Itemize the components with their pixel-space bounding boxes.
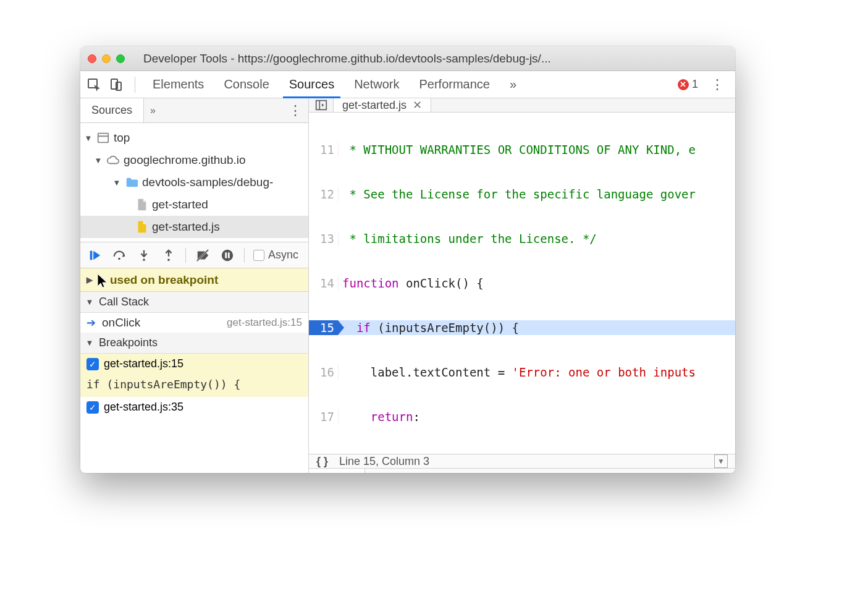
svg-point-11 — [222, 249, 233, 260]
svg-rect-14 — [316, 101, 326, 110]
editor-tab-name: get-started.js — [342, 99, 407, 112]
divider — [185, 248, 186, 263]
content: Sources » ⋮ ▼ top ▼ googlechrome.github.… — [80, 98, 735, 473]
code-text: (inputsAreEmpty()) { — [371, 321, 519, 334]
tabs-overflow[interactable]: » — [504, 72, 523, 96]
line-number: 12 — [309, 187, 339, 202]
js-file-icon — [135, 220, 148, 234]
breakpoint-location: get-started.js:15 — [104, 357, 183, 370]
code-editor[interactable]: 11 * WITHOUT WARRANTIES OR CONDITIONS OF… — [309, 113, 735, 454]
tree-file-js[interactable]: get-started.js — [80, 216, 308, 238]
deactivate-breakpoints-button[interactable] — [195, 247, 211, 263]
subtab-sources[interactable]: Sources — [80, 98, 144, 122]
tree-label: devtools-samples/debug- — [142, 176, 273, 189]
tab-network[interactable]: Network — [348, 72, 405, 96]
svg-point-8 — [167, 258, 170, 261]
async-checkbox[interactable]: Async — [253, 249, 298, 262]
breakpoints-header[interactable]: ▼ Breakpoints — [80, 333, 308, 354]
tab-console[interactable]: Console — [217, 72, 275, 96]
disclosure-icon: ▼ — [84, 134, 93, 143]
breakpoint-item-active[interactable]: ✓ get-started.js:15 if (inputsAreEmpty()… — [80, 354, 308, 397]
editor-tabbar: get-started.js ✕ — [309, 98, 735, 113]
call-stack-header[interactable]: ▼ Call Stack — [80, 292, 308, 313]
step-out-button[interactable] — [161, 247, 177, 263]
editor-statusbar: { } Line 15, Column 3 ▼ — [309, 454, 735, 468]
cursor-position: Line 15, Column 3 — [339, 455, 429, 468]
file-tree: ▼ top ▼ googlechrome.github.io ▼ devtool… — [80, 123, 308, 242]
svg-rect-5 — [90, 250, 93, 260]
error-indicator[interactable]: ✕ 1 — [678, 78, 698, 91]
line-number: 17 — [309, 409, 339, 424]
resume-button[interactable] — [86, 247, 103, 263]
tab-watch[interactable]: Watch — [365, 469, 420, 473]
debugger-panels: ▶ used on breakpoint ▼ Call Stack ➔ onCl… — [80, 268, 308, 473]
mouse-cursor-icon — [96, 273, 109, 289]
element-picker-icon[interactable] — [86, 77, 101, 92]
async-label: Async — [268, 249, 298, 262]
settings-menu-icon[interactable]: ⋮ — [706, 77, 729, 93]
maximize-window-button[interactable] — [116, 54, 125, 63]
window-title: Developer Tools - https://googlechrome.g… — [143, 52, 551, 66]
error-count: 1 — [692, 78, 698, 91]
coverage-dropdown-icon[interactable]: ▼ — [714, 454, 728, 468]
devtools-window: Developer Tools - https://googlechrome.g… — [80, 46, 735, 473]
checkbox-checked-icon[interactable]: ✓ — [86, 358, 99, 370]
breakpoint-code: if (inputsAreEmpty()) { — [86, 378, 302, 391]
call-stack-frame[interactable]: ➔ onClick get-started.js:15 — [80, 313, 308, 333]
right-panel: get-started.js ✕ 11 * WITHOUT WARRANTIES… — [309, 98, 735, 473]
subtab-more[interactable]: » — [144, 98, 162, 122]
disclosure-icon: ▼ — [85, 338, 94, 347]
code-text: * WITHOUT WARRANTIES OR CONDITIONS OF AN… — [342, 143, 696, 156]
tree-file-html[interactable]: get-started — [80, 194, 308, 216]
paused-message[interactable]: ▶ used on breakpoint — [80, 268, 308, 292]
frame-icon — [96, 131, 110, 145]
cloud-icon — [106, 153, 120, 167]
frame-location: get-started.js:15 — [227, 317, 302, 329]
tab-performance[interactable]: Performance — [413, 72, 497, 96]
disclosure-icon: ▶ — [85, 275, 94, 284]
show-navigator-button[interactable] — [309, 98, 334, 112]
close-window-button[interactable] — [88, 54, 96, 63]
tree-frame-top[interactable]: ▼ top — [80, 127, 308, 149]
tree-label: get-started — [152, 198, 208, 211]
scope-watch-tabs: Scope Watch — [309, 469, 735, 473]
editor-tab[interactable]: get-started.js ✕ — [334, 98, 431, 112]
pause-on-exceptions-button[interactable] — [219, 247, 235, 263]
disclosure-icon: ▼ — [85, 297, 94, 307]
document-icon — [135, 198, 148, 211]
tab-elements[interactable]: Elements — [146, 72, 210, 96]
tree-host[interactable]: ▼ googlechrome.github.io — [80, 149, 308, 171]
pretty-print-button[interactable]: { } — [316, 455, 328, 468]
svg-point-7 — [143, 258, 145, 261]
titlebar: Developer Tools - https://googlechrome.g… — [80, 46, 735, 71]
section-title: Breakpoints — [99, 336, 158, 349]
minimize-window-button[interactable] — [102, 54, 111, 63]
sources-subtabs: Sources » ⋮ — [80, 98, 308, 123]
checkbox-checked-icon[interactable]: ✓ — [86, 401, 99, 414]
folder-icon — [125, 176, 138, 189]
disclosure-icon: ▼ — [112, 178, 121, 187]
tree-folder[interactable]: ▼ devtools-samples/debug- — [80, 171, 308, 194]
line-number-breakpoint[interactable]: 15 — [309, 320, 339, 335]
breakpoint-location: get-started.js:35 — [104, 401, 183, 414]
step-over-button[interactable] — [111, 247, 127, 263]
section-title: Call Stack — [99, 296, 149, 309]
code-text: * limitations under the License. */ — [342, 232, 597, 245]
line-number: 14 — [309, 276, 339, 291]
device-mode-icon[interactable] — [109, 77, 124, 92]
close-tab-icon[interactable]: ✕ — [413, 98, 422, 112]
tree-label: top — [114, 131, 130, 145]
tab-sources[interactable]: Sources — [283, 72, 340, 98]
scope-watch-panel: Scope Watch ▼ Local ▶ this: button ▶ Glo… — [309, 468, 735, 473]
code-text: : — [413, 410, 419, 424]
line-number: 16 — [309, 365, 339, 380]
line-number: 13 — [309, 231, 339, 246]
breakpoint-item[interactable]: ✓ get-started.js:35 — [80, 397, 308, 417]
subtab-menu-icon[interactable]: ⋮ — [282, 98, 308, 122]
tree-label: googlechrome.github.io — [124, 153, 246, 167]
step-in-button[interactable] — [136, 247, 152, 263]
tab-scope[interactable]: Scope — [309, 469, 365, 473]
current-frame-icon: ➔ — [86, 316, 96, 330]
divider — [244, 248, 245, 263]
left-panel: Sources » ⋮ ▼ top ▼ googlechrome.github.… — [80, 98, 309, 473]
